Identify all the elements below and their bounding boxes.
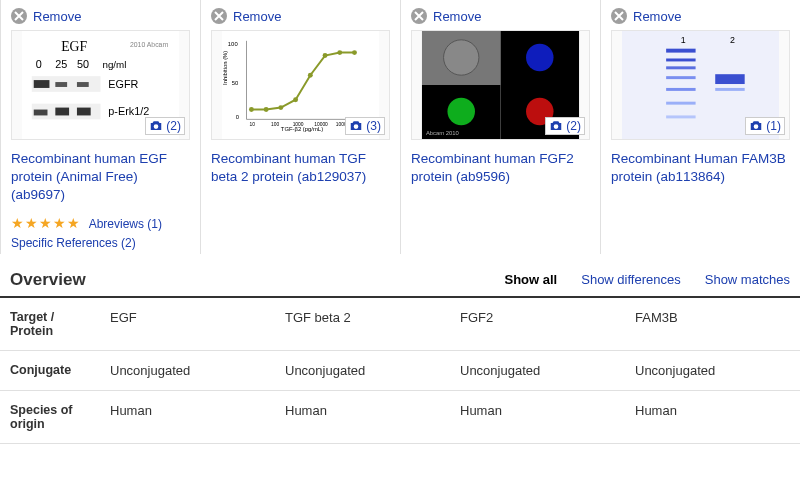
svg-rect-15 [77, 108, 91, 116]
show-all-toggle[interactable]: Show all [505, 272, 558, 287]
svg-rect-55 [666, 88, 695, 91]
overview-title: Overview [10, 270, 505, 290]
svg-text:2: 2 [730, 35, 735, 45]
attr-value: FGF2 [450, 298, 625, 351]
svg-text:25: 25 [55, 58, 67, 70]
attr-value: FAM3B [625, 298, 800, 351]
svg-rect-52 [666, 58, 695, 61]
product-thumbnail[interactable]: 100500 Inhibition (%) TGF-β2 (pg/mL) 101… [211, 30, 390, 140]
photo-count-badge[interactable]: (3) [345, 117, 385, 135]
svg-point-26 [278, 105, 283, 110]
remove-label: Remove [33, 9, 81, 24]
abreviews-link[interactable]: Abreviews (1) [89, 217, 162, 231]
svg-point-42 [526, 44, 553, 71]
product-column: Remove 12 (1) Recombinant Human FAM3B [600, 0, 800, 254]
svg-text:EGF: EGF [61, 39, 87, 54]
svg-rect-56 [666, 102, 695, 105]
svg-rect-57 [666, 115, 695, 118]
svg-text:p-Erk1/2: p-Erk1/2 [108, 105, 149, 117]
remove-button[interactable]: Remove [611, 8, 790, 24]
product-thumbnail[interactable]: Abcam 2010 (2) [411, 30, 590, 140]
svg-rect-58 [715, 74, 744, 84]
svg-rect-53 [666, 66, 695, 69]
attr-label: Species of origin [0, 390, 100, 443]
photo-count: (2) [566, 119, 581, 133]
svg-rect-51 [666, 49, 695, 53]
svg-rect-9 [55, 82, 67, 87]
attr-value: Human [275, 390, 450, 443]
close-icon [211, 8, 227, 24]
remove-label: Remove [633, 9, 681, 24]
svg-rect-54 [666, 76, 695, 79]
attr-value: Unconjugated [450, 350, 625, 390]
svg-text:10000: 10000 [314, 122, 328, 127]
svg-point-24 [249, 107, 254, 112]
attr-value: TGF beta 2 [275, 298, 450, 351]
svg-point-30 [337, 50, 342, 55]
photo-count: (2) [166, 119, 181, 133]
view-toggle: Show all Show differences Show matches [505, 272, 791, 287]
product-name-link[interactable]: Recombinant human EGF protein (Animal Fr… [11, 150, 190, 205]
svg-text:EGFR: EGFR [108, 78, 138, 90]
product-thumbnail[interactable]: EGF 2010 Abcam 02550 ng/ml EGFR p-Erk1/2… [11, 30, 190, 140]
attr-value: Human [450, 390, 625, 443]
svg-text:0: 0 [36, 58, 42, 70]
attr-value: Human [625, 390, 800, 443]
product-column: Remove Abcam 2010 (2) Recombinant human … [400, 0, 600, 254]
remove-button[interactable]: Remove [11, 8, 190, 24]
attribute-table: Target / Protein EGF TGF beta 2 FGF2 FAM… [0, 298, 800, 444]
product-name-link[interactable]: Recombinant human FGF2 protein (ab9596) [411, 150, 590, 186]
product-thumbnail[interactable]: 12 (1) [611, 30, 790, 140]
table-row: Species of origin Human Human Human Huma… [0, 390, 800, 443]
table-row: Conjugate Unconjugated Unconjugated Unco… [0, 350, 800, 390]
svg-text:Inhibition (%): Inhibition (%) [222, 51, 228, 85]
table-row: Target / Protein EGF TGF beta 2 FGF2 FAM… [0, 298, 800, 351]
svg-text:50: 50 [232, 80, 239, 86]
svg-point-40 [444, 40, 479, 75]
svg-point-29 [323, 53, 328, 58]
camera-icon [749, 120, 763, 132]
photo-count-badge[interactable]: (1) [745, 117, 785, 135]
photo-count-badge[interactable]: (2) [145, 117, 185, 135]
show-differences-toggle[interactable]: Show differences [581, 272, 681, 287]
svg-point-28 [308, 73, 313, 78]
camera-icon [349, 120, 363, 132]
star-rating: ★★★★★ [11, 215, 81, 231]
camera-icon [549, 120, 563, 132]
attr-value: EGF [100, 298, 275, 351]
attr-value: Unconjugated [275, 350, 450, 390]
svg-text:10: 10 [249, 122, 255, 127]
svg-text:ng/ml: ng/ml [102, 59, 126, 70]
close-icon [411, 8, 427, 24]
svg-point-25 [264, 107, 269, 112]
photo-count-badge[interactable]: (2) [545, 117, 585, 135]
svg-text:2010 Abcam: 2010 Abcam [130, 41, 168, 48]
svg-text:100: 100 [271, 122, 279, 127]
show-matches-toggle[interactable]: Show matches [705, 272, 790, 287]
close-icon [611, 8, 627, 24]
remove-label: Remove [233, 9, 281, 24]
rating-row: ★★★★★ Abreviews (1) [11, 215, 190, 231]
remove-button[interactable]: Remove [411, 8, 590, 24]
attr-value: Unconjugated [625, 350, 800, 390]
product-column: Remove EGF 2010 Abcam 02550 ng/ml EGFR p… [0, 0, 200, 254]
svg-point-44 [447, 98, 474, 125]
attr-label: Target / Protein [0, 298, 100, 351]
specific-references-link[interactable]: Specific References (2) [11, 236, 136, 250]
svg-text:1000: 1000 [293, 122, 304, 127]
svg-rect-59 [715, 88, 744, 91]
photo-count: (1) [766, 119, 781, 133]
remove-label: Remove [433, 9, 481, 24]
photo-count: (3) [366, 119, 381, 133]
close-icon [11, 8, 27, 24]
svg-rect-8 [34, 80, 50, 88]
svg-point-31 [352, 50, 357, 55]
remove-button[interactable]: Remove [211, 8, 390, 24]
product-compare-row: Remove EGF 2010 Abcam 02550 ng/ml EGFR p… [0, 0, 800, 254]
camera-icon [149, 120, 163, 132]
product-column: Remove 100500 Inhibition (%) TGF-β2 (pg/… [200, 0, 400, 254]
product-name-link[interactable]: Recombinant Human FAM3B protein (ab11386… [611, 150, 790, 186]
svg-point-27 [293, 97, 298, 102]
product-name-link[interactable]: Recombinant human TGF beta 2 protein (ab… [211, 150, 390, 186]
overview-header: Overview Show all Show differences Show … [0, 262, 800, 298]
